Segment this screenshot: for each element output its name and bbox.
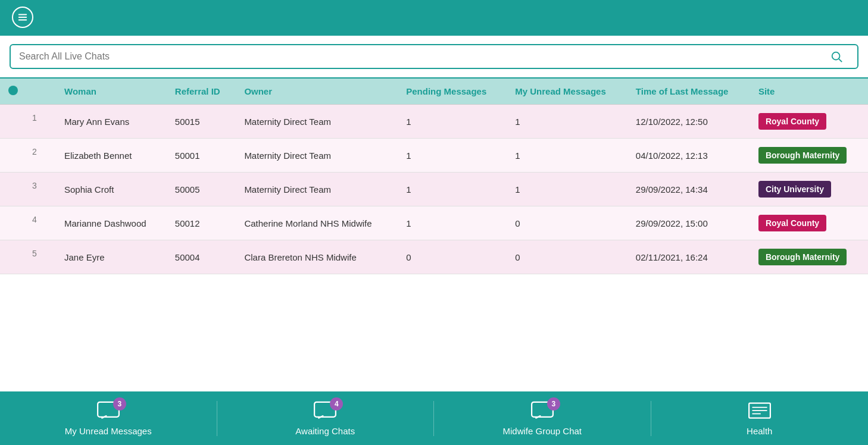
row-pending: 1	[398, 139, 507, 173]
table-row[interactable]: 5 Jane Eyre 50004 Clara Brereton NHS Mid…	[0, 240, 868, 274]
col-owner: Owner	[236, 79, 398, 105]
search-input[interactable]	[19, 51, 830, 62]
table-container: Woman Referral ID Owner Pending Messages…	[0, 79, 868, 391]
row-site: City University	[750, 173, 868, 206]
nav-my-unread-label: My Unread Messages	[65, 426, 152, 436]
row-owner: Catherine Morland NHS Midwife	[236, 206, 398, 240]
table-row[interactable]: 3 Sophia Croft 50005 Maternity Direct Te…	[0, 173, 868, 206]
row-time: 02/11/2021, 16:24	[627, 240, 750, 274]
row-woman: Sophia Croft	[56, 173, 167, 206]
row-number: 4	[26, 206, 56, 240]
row-woman: Jane Eyre	[56, 240, 167, 274]
row-unread: 1	[507, 139, 627, 173]
row-number: 1	[26, 105, 56, 139]
col-dot	[0, 79, 26, 105]
nav-group-label: Midwife Group Chat	[502, 426, 582, 436]
row-dot-cell	[0, 206, 26, 240]
site-badge: Royal County	[758, 113, 826, 130]
menu-button[interactable]	[12, 7, 33, 29]
row-referral-id: 50001	[167, 139, 236, 173]
row-referral-id: 50015	[167, 105, 236, 139]
col-referral: Referral ID	[167, 79, 236, 105]
row-woman: Mary Ann Evans	[56, 105, 167, 139]
row-pending: 1	[398, 206, 507, 240]
row-referral-id: 50012	[167, 206, 236, 240]
row-number: 5	[26, 240, 56, 274]
row-owner: Maternity Direct Team	[236, 105, 398, 139]
header	[0, 0, 868, 36]
row-dot-cell	[0, 139, 26, 173]
my-unread-badge: 3	[113, 397, 126, 410]
row-referral-id: 50005	[167, 173, 236, 206]
nav-health[interactable]: Health	[651, 401, 869, 436]
row-pending: 1	[398, 105, 507, 139]
menu-icon	[12, 7, 33, 28]
search-icon	[830, 50, 843, 63]
header-dot	[8, 86, 18, 95]
col-time: Time of Last Message	[627, 79, 750, 105]
search-bar-wrapper	[0, 36, 868, 79]
table-row[interactable]: 1 Mary Ann Evans 50015 Maternity Direct …	[0, 105, 868, 139]
row-owner: Clara Brereton NHS Midwife	[236, 240, 398, 274]
row-dot-cell	[0, 105, 26, 139]
row-site: Borough Maternity	[750, 139, 868, 173]
row-site: Royal County	[750, 206, 868, 240]
bottom-nav: 3 My Unread Messages 4 Awaiting Chats 3 …	[0, 391, 868, 445]
site-badge: City University	[758, 181, 831, 198]
nav-midwife-group-chat[interactable]: 3 Midwife Group Chat	[434, 401, 651, 436]
nav-my-unread-messages[interactable]: 3 My Unread Messages	[0, 401, 217, 436]
col-site: Site	[750, 79, 868, 105]
row-pending: 1	[398, 173, 507, 206]
row-pending: 0	[398, 240, 507, 274]
svg-point-0	[832, 52, 840, 60]
awaiting-badge: 4	[330, 397, 343, 410]
row-referral-id: 50004	[167, 240, 236, 274]
row-number: 2	[26, 139, 56, 173]
row-time: 29/09/2022, 14:34	[627, 173, 750, 206]
row-dot-cell	[0, 240, 26, 274]
row-woman: Elizabeth Bennet	[56, 139, 167, 173]
row-owner: Maternity Direct Team	[236, 139, 398, 173]
row-owner: Maternity Direct Team	[236, 173, 398, 206]
row-unread: 1	[507, 105, 627, 139]
site-badge: Borough Maternity	[758, 147, 847, 164]
svg-line-1	[839, 59, 842, 62]
nav-health-label: Health	[747, 426, 772, 436]
col-unread: My Unread Messages	[507, 79, 627, 105]
row-unread: 0	[507, 240, 627, 274]
col-woman: Woman	[56, 79, 167, 105]
nav-group-icon-wrapper: 3	[530, 401, 554, 424]
nav-my-unread-icon-wrapper: 3	[96, 401, 120, 424]
col-pending: Pending Messages	[398, 79, 507, 105]
table-row[interactable]: 4 Marianne Dashwood 50012 Catherine Morl…	[0, 206, 868, 240]
row-time: 12/10/2022, 12:50	[627, 105, 750, 139]
col-num	[26, 79, 56, 105]
row-unread: 0	[507, 206, 627, 240]
row-site: Borough Maternity	[750, 240, 868, 274]
nav-awaiting-icon-wrapper: 4	[313, 401, 337, 424]
row-site: Royal County	[750, 105, 868, 139]
health-icon	[748, 401, 772, 421]
row-dot-cell	[0, 173, 26, 206]
site-badge: Royal County	[758, 215, 826, 231]
table-header-row: Woman Referral ID Owner Pending Messages…	[0, 79, 868, 105]
site-badge: Borough Maternity	[758, 249, 847, 265]
row-time: 29/09/2022, 15:00	[627, 206, 750, 240]
table-row[interactable]: 2 Elizabeth Bennet 50001 Maternity Direc…	[0, 139, 868, 173]
row-time: 04/10/2022, 12:13	[627, 139, 750, 173]
search-bar	[10, 44, 858, 69]
live-chats-table: Woman Referral ID Owner Pending Messages…	[0, 79, 868, 274]
row-unread: 1	[507, 173, 627, 206]
row-woman: Marianne Dashwood	[56, 206, 167, 240]
row-number: 3	[26, 173, 56, 206]
nav-awaiting-chats[interactable]: 4 Awaiting Chats	[217, 401, 435, 436]
group-badge: 3	[547, 397, 560, 410]
nav-awaiting-label: Awaiting Chats	[295, 426, 355, 436]
nav-health-icon-wrapper	[748, 401, 772, 424]
